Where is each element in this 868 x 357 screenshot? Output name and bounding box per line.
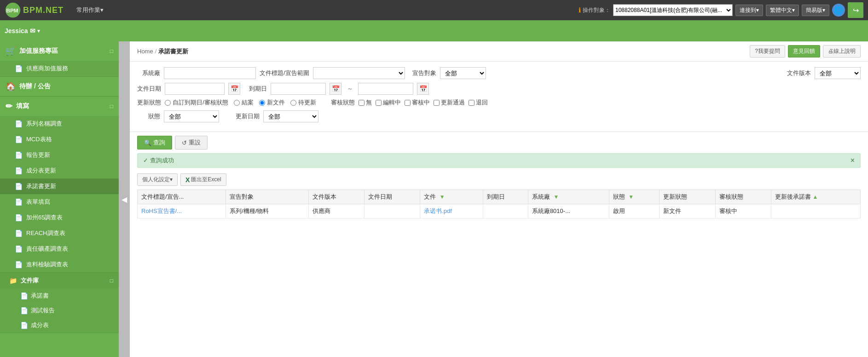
announce-target-select[interactable]: 全部 系列/機種/物料 供應商 (440, 67, 486, 79)
sidebar-item-report-update[interactable]: 📄 報告更新 (0, 147, 119, 163)
doc-date-input[interactable] (165, 83, 225, 95)
sidebar-section-pending-label: 待辦 / 公告 (19, 82, 51, 91)
connect-button[interactable]: 連接到▾ (735, 5, 763, 16)
vendor-input[interactable] (164, 67, 256, 79)
expire-date-start-input[interactable] (271, 83, 326, 95)
vendor-label: 系統廠 (137, 69, 160, 77)
doc-icon-series: 📄 (15, 120, 23, 127)
doc-version-select[interactable]: 全部 (815, 67, 861, 79)
doc-title-select[interactable] (313, 67, 405, 79)
sidebar-section-doclib-header[interactable]: 📁 文件庫 □ (0, 273, 119, 288)
sidebar-section-fill: ✏ 填寫 □ 📄 系列名稱調查 📄 MCD表格 📄 報告更新 (0, 97, 119, 273)
personalize-button[interactable]: 個人化設定▾ (137, 173, 178, 186)
top-right-controls: ℹ 操作對象： 10882088A01[溫迪科技(合肥)有限公司(融... 連接… (579, 2, 863, 18)
breadcrumb-home[interactable]: Home (137, 48, 153, 55)
checkbox-rejected[interactable]: 退回 (469, 98, 488, 107)
logo-text: BPM.NET (23, 6, 64, 15)
doc-title-link[interactable]: RoHS宣告書/... (141, 207, 182, 214)
sidebar-section-fill-collapse: □ (110, 103, 113, 109)
sidebar-item-label: 責任礦產調查表 (26, 245, 68, 253)
success-bar-close[interactable]: × (851, 156, 855, 165)
col-header-update-status: 更新狀態 (660, 190, 715, 204)
col-header-post-update: 更新後承諾書 ▲ (771, 190, 860, 204)
col-header-doc-title: 文件標題/宣告... (138, 190, 226, 204)
exit-button[interactable]: ↪ (848, 2, 863, 18)
cell-vendor: 系統廠8010-... (528, 204, 609, 219)
operation-target-select[interactable]: 10882088A01[溫迪科技(合肥)有限公司(融... (613, 4, 733, 16)
radio-pending-update[interactable]: 待更新 (290, 98, 316, 107)
online-help-button[interactable]: 🖨線上說明 (823, 45, 861, 58)
update-date-label: 更新日期 (232, 112, 260, 121)
sidebar-item-label: 供應商加值服務 (26, 64, 68, 73)
doc-date-calendar-button[interactable]: 📅 (228, 83, 240, 95)
sidebar-item-commitment-doc[interactable]: 📄 承諾書 (0, 288, 119, 303)
doc-icon-composition-lib: 📄 (20, 322, 28, 329)
version-button[interactable]: 簡易版▾ (802, 5, 829, 16)
sidebar-item-series-survey[interactable]: 📄 系列名稱調查 (0, 116, 119, 132)
feedback-button[interactable]: 意見回饋 (788, 45, 820, 58)
doc-icon-commitment: 📄 (15, 183, 23, 190)
document-link[interactable]: 承诺书.pdf (424, 207, 452, 214)
checkbox-approved[interactable]: 更新通過 (434, 98, 465, 107)
doc-icon-incoming: 📄 (15, 261, 23, 268)
folder-icon: 📁 (9, 277, 17, 284)
status-filter-icon[interactable]: ▼ (628, 194, 634, 200)
sidebar-section-fill-header[interactable]: ✏ 填寫 □ (0, 97, 119, 116)
table-header-row: 文件標題/宣告... 宣告對象 文件版本 文件日期 (138, 190, 861, 204)
radio-custom[interactable]: 自訂到期日/審核狀態 (165, 98, 228, 107)
review-status-label: 審核狀態 (331, 98, 355, 107)
data-table: 文件標題/宣告... 宣告對象 文件版本 文件日期 (137, 190, 861, 219)
content-area: Home / 承諾書更新 ?我要提問 意見回饋 🖨線上說明 系統廠 文件標題/宣… (130, 41, 868, 357)
lang-button[interactable]: 繁體中文▾ (766, 5, 799, 16)
checkbox-reviewing[interactable]: 審核中 (405, 98, 430, 107)
sidebar-collapse-button[interactable]: ◀ (119, 41, 130, 357)
doc-icon-report: 📄 (15, 151, 23, 159)
radio-closed[interactable]: 結案 (234, 98, 254, 107)
export-excel-button[interactable]: X 匯出至Excel (180, 173, 226, 186)
sidebar-item-commitment-update[interactable]: 📄 承諾書更新 (0, 178, 119, 194)
update-status-label: 更新狀態 (137, 98, 161, 107)
doc-icon-ca65: 📄 (15, 214, 23, 221)
checkbox-none[interactable]: 無 (359, 98, 372, 107)
sidebar-item-composition-update[interactable]: 📄 成分表更新 (0, 163, 119, 178)
sidebar-section-doclib-label: 文件庫 (21, 276, 39, 285)
sidebar-sub-item-label: 成分表 (31, 321, 49, 329)
radio-new[interactable]: 新文件 (259, 98, 285, 107)
doc-icon-commitment-lib: 📄 (20, 292, 28, 299)
data-table-wrap: 文件標題/宣告... 宣告對象 文件版本 文件日期 (130, 190, 868, 357)
globe-button[interactable]: 🌐 (832, 4, 845, 17)
sidebar-item-composition-doc[interactable]: 📄 成分表 (0, 318, 119, 333)
checkbox-editing[interactable]: 編輯中 (376, 98, 401, 107)
sidebar-item-incoming-inspection[interactable]: 📄 進料檢驗調查表 (0, 257, 119, 272)
breadcrumb-sep: / (155, 48, 157, 55)
sidebar-item-test-report[interactable]: 📄 測試報告 (0, 303, 119, 318)
sidebar-item-minerals[interactable]: 📄 責任礦產調查表 (0, 241, 119, 257)
sidebar-section-pending: 🏠 待辦 / 公告 (0, 77, 119, 97)
sidebar-section-doclib: 📁 文件庫 □ 📄 承諾書 📄 測試報告 📄 成分表 (0, 273, 119, 333)
sidebar-section-pending-header[interactable]: 🏠 待辦 / 公告 (0, 77, 119, 96)
update-date-select[interactable]: 全部 (263, 110, 318, 122)
doc-icon-mcd: 📄 (15, 136, 23, 143)
sidebar-item-supplier-value[interactable]: 📄 供應商加值服務 (0, 61, 119, 76)
reset-button[interactable]: ↺ 重設 (175, 136, 208, 150)
status-label: 狀態 (137, 112, 160, 121)
sidebar-item-mcd[interactable]: 📄 MCD表格 (0, 132, 119, 147)
col-header-announce-target: 宣告對象 (226, 190, 309, 204)
expire-date-end-calendar[interactable]: 📅 (417, 83, 429, 95)
expire-date-end-input[interactable] (358, 83, 413, 95)
sidebar-section-value-services-header[interactable]: 🛒 加值服務專區 □ (0, 41, 119, 61)
sidebar-item-reach[interactable]: 📄 REACH調查表 (0, 225, 119, 241)
sidebar-item-form-fill[interactable]: 📄 表單填寫 (0, 194, 119, 210)
vendor-filter-icon[interactable]: ▼ (554, 194, 559, 200)
breadcrumb-current: 承諾書更新 (158, 47, 188, 56)
query-button[interactable]: 🔍 查詢 (137, 136, 172, 150)
status-select[interactable]: 全部 (164, 110, 219, 122)
document-filter-icon[interactable]: ▼ (440, 194, 445, 200)
expire-date-start-calendar[interactable]: 📅 (330, 83, 341, 95)
sidebar-item-ca65[interactable]: 📄 加州65調查表 (0, 210, 119, 225)
nav-item-common-tasks[interactable]: 常用作業▾ (73, 4, 107, 16)
top-bar: BPM BPM.NET 常用作業▾ ℹ 操作對象： 10882088A01[溫迪… (0, 0, 868, 20)
question-button[interactable]: ?我要提問 (750, 45, 785, 58)
cell-doc-title: RoHS宣告書/... (138, 204, 226, 219)
user-name[interactable]: Jessica ✉ ▾ (5, 27, 40, 35)
